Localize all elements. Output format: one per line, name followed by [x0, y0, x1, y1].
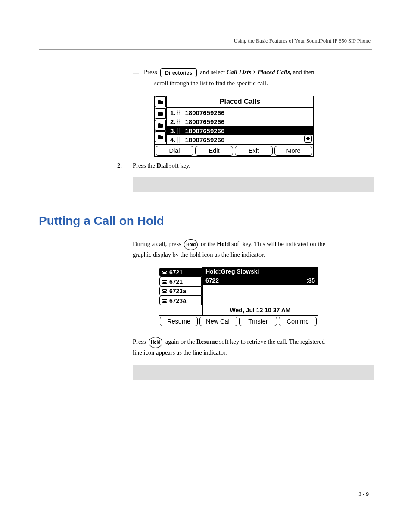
dialpad-icon: ∷∷: [177, 111, 183, 115]
lcd-placed-calls: Placed Calls 1.∷∷180076592662.∷∷18007659…: [154, 96, 314, 157]
call-list-row[interactable]: 1.∷∷18007659266: [167, 108, 313, 117]
line-label: 6723a: [169, 288, 186, 295]
phone-icon: [162, 270, 168, 275]
call-number: 6722: [206, 277, 219, 284]
row-number: 18007659266: [185, 127, 225, 134]
hold-button[interactable]: Hold: [184, 239, 198, 250]
line-label: 6721: [169, 269, 183, 276]
scroll-down-icon: [304, 135, 312, 143]
tab-icon: [155, 96, 166, 107]
t: again or the: [164, 339, 196, 345]
date-time: Wed, Jul 12 10 37 AM: [203, 305, 318, 315]
tab-icon: [155, 108, 166, 119]
t: Press the: [133, 162, 157, 169]
line-label: 6723a: [169, 297, 186, 304]
press-word: Press: [144, 68, 157, 75]
t: soft key.: [168, 162, 190, 169]
phone-icon: [162, 298, 168, 303]
substep-press-directories: — Press Directories and select Call List…: [133, 68, 372, 77]
gray-band: [133, 177, 374, 192]
line-label: 6721: [169, 278, 183, 285]
step-2: 2. Press the Dial soft key.: [117, 162, 372, 169]
hold-paragraph-1: During a call, press Hold or the Hold so…: [133, 239, 372, 259]
substep-text: Press Directories and select Call Lists …: [144, 68, 314, 77]
row-index: 3.: [170, 127, 176, 134]
directories-button[interactable]: Directories: [160, 68, 197, 77]
lcd-softkey-row: ResumeNew CallTrnsferConfrnc: [159, 315, 318, 327]
section-heading: Putting a Call on Hold: [39, 214, 372, 228]
hold-button[interactable]: Hold: [149, 337, 162, 348]
substep-line2: scroll through the list to find the spec…: [154, 80, 372, 87]
row-index: 4.: [170, 136, 176, 143]
header-rule: [39, 49, 372, 50]
lcd-hold-screen: 672167216723a6723a Hold:Greg Slowski 672…: [159, 267, 318, 327]
hold-word: Hold: [217, 240, 230, 247]
line-keys-column: 672167216723a6723a: [159, 267, 202, 315]
t: graphic display by the hold icon as the …: [133, 251, 265, 258]
phone-icon: [162, 289, 168, 294]
softkey-dial[interactable]: Dial: [156, 146, 193, 156]
row-number: 18007659266: [185, 118, 225, 125]
hold-paragraph-2: Press Hold again or the Resume soft key …: [133, 337, 372, 357]
phone-icon: [162, 279, 168, 284]
call-duration: :35: [306, 277, 315, 284]
tail1: and select: [200, 68, 227, 75]
resume-word: Resume: [196, 339, 218, 345]
gray-band: [133, 365, 374, 380]
row-index: 2.: [170, 118, 176, 125]
t: Press: [133, 339, 147, 345]
call-list-row[interactable]: 4.∷∷18007659266: [167, 135, 313, 144]
softkey-resume[interactable]: Resume: [160, 317, 198, 326]
softkey-edit[interactable]: Edit: [195, 146, 233, 156]
call-list-row[interactable]: 2.∷∷18007659266: [167, 117, 313, 126]
tail2: , and then: [290, 68, 314, 75]
line-key[interactable]: 6723a: [159, 286, 202, 296]
t: soft key to retrieve the call. The regis…: [218, 339, 325, 345]
softkey-more[interactable]: More: [274, 146, 312, 156]
dialpad-icon: ∷∷: [177, 120, 183, 124]
dialpad-icon: ∷∷: [177, 129, 183, 133]
t: soft key. This will be indicated on the: [230, 240, 326, 247]
running-header: Using the Basic Features of Your SoundPo…: [39, 38, 372, 44]
softkey-exit[interactable]: Exit: [235, 146, 273, 156]
row-number: 18007659266: [185, 109, 225, 116]
line-key[interactable]: 6723a: [159, 296, 202, 305]
lcd-title: Placed Calls: [167, 96, 313, 108]
t: During a call, press: [133, 240, 183, 247]
step-number: 2.: [117, 162, 133, 169]
dash-bullet: —: [133, 69, 139, 76]
call-list-row[interactable]: 3.∷∷18007659266: [167, 126, 313, 135]
softkey-new-call[interactable]: New Call: [199, 317, 237, 326]
line-key[interactable]: 6721: [159, 268, 202, 277]
tab-icon: [155, 131, 166, 142]
row-index: 1.: [170, 109, 176, 116]
step-text: Press the Dial soft key.: [133, 162, 190, 169]
row-number: 18007659266: [185, 136, 225, 143]
softkey-confrnc[interactable]: Confrnc: [279, 317, 317, 326]
dialpad-icon: ∷∷: [177, 138, 183, 142]
menu-path: Call Lists > Placed Calls: [227, 68, 290, 75]
t: line icon appears as the line indicator.: [133, 349, 227, 356]
tab-icon: [155, 120, 166, 131]
hold-title: Hold:Greg Slowski: [203, 267, 318, 276]
lcd-tab-column: [155, 96, 166, 144]
line-key[interactable]: 6721: [159, 277, 202, 286]
softkey-trnsfer[interactable]: Trnsfer: [239, 317, 277, 326]
dial-word: Dial: [157, 162, 168, 169]
lcd-softkey-row: DialEditExitMore: [155, 144, 313, 156]
call-row: 6722 :35: [203, 276, 318, 285]
page-number: 3 - 9: [358, 491, 369, 498]
t: or the: [199, 240, 217, 247]
